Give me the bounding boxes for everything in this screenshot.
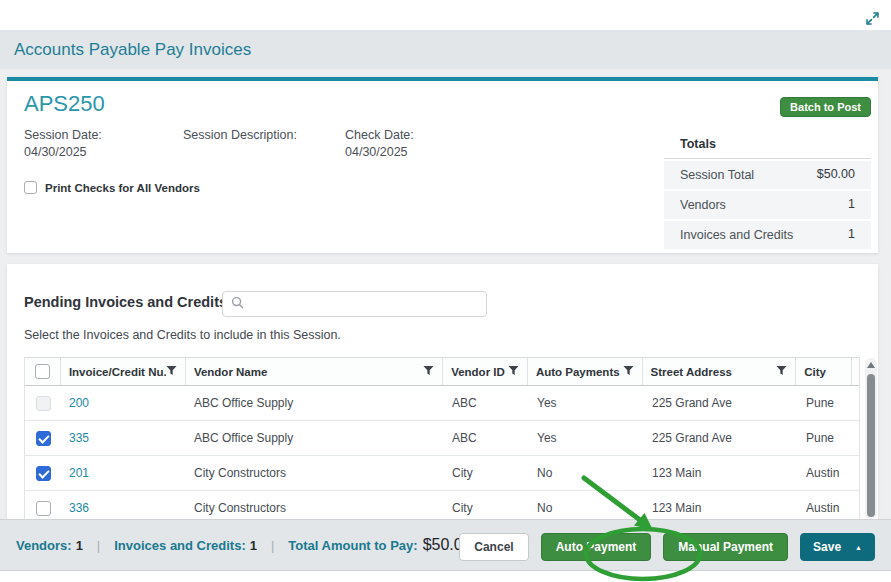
- summary-total-amount: Total Amount to Pay:$50.00: [288, 536, 471, 554]
- cell-city: Pune: [798, 431, 854, 445]
- cell-city: Pune: [798, 396, 854, 410]
- totals-value: 1: [848, 227, 855, 241]
- cell-auto-payments: No: [529, 466, 644, 480]
- cell-street-address: 123 Main: [644, 501, 798, 515]
- cell-vendor-id: ABC: [444, 396, 529, 410]
- cell-vendor-id: City: [444, 501, 529, 515]
- session-date-label: Session Date:: [24, 127, 102, 144]
- cell-vendor-name: ABC Office Supply: [186, 396, 444, 410]
- search-icon: [231, 295, 244, 313]
- check-date-label: Check Date:: [345, 127, 414, 144]
- totals-label: Invoices and Credits: [680, 227, 800, 243]
- expand-button[interactable]: [863, 11, 881, 29]
- totals-title: Totals: [664, 132, 871, 159]
- cell-vendor-name: ABC Office Supply: [186, 431, 444, 445]
- session-date-field: Session Date: 04/30/2025: [24, 127, 102, 161]
- window-title: Accounts Payable Pay Invoices: [14, 40, 251, 60]
- cell-vendor-name: City Constructors: [186, 501, 444, 515]
- session-date-value: 04/30/2025: [24, 144, 102, 161]
- filter-icon[interactable]: [776, 365, 787, 378]
- table-row[interactable]: 201 City Constructors City No 123 Main A…: [25, 456, 859, 491]
- print-checks-row: Print Checks for All Vendors: [24, 181, 200, 194]
- column-header-city[interactable]: City: [796, 358, 852, 385]
- cell-auto-payments: Yes: [529, 396, 644, 410]
- screen-code: APS250: [24, 91, 105, 117]
- auto-payment-button[interactable]: Auto Payment: [541, 533, 652, 561]
- session-description-field: Session Description:: [183, 127, 297, 144]
- summary-invoices-credits: Invoices and Credits:1: [114, 536, 257, 554]
- cell-street-address: 225 Grand Ave: [644, 396, 798, 410]
- save-button[interactable]: Save ▲: [800, 533, 875, 561]
- filter-icon[interactable]: [423, 365, 434, 378]
- check-date-field: Check Date: 04/30/2025: [345, 127, 414, 161]
- summary-divider: |: [97, 538, 100, 553]
- column-header-vendor-id[interactable]: Vendor ID: [443, 358, 528, 385]
- totals-value: 1: [848, 197, 855, 211]
- cell-vendor-id: City: [444, 466, 529, 480]
- session-panel: APS250 Batch to Post Session Date: 04/30…: [7, 77, 878, 253]
- column-header-auto-payments[interactable]: Auto Payments: [528, 358, 643, 385]
- content-area: APS250 Batch to Post Session Date: 04/30…: [0, 69, 891, 571]
- header-gutter-cell: [852, 358, 859, 385]
- summary-vendors: Vendors:1: [16, 536, 83, 554]
- invoice-link[interactable]: 200: [69, 396, 89, 410]
- cell-vendor-id: ABC: [444, 431, 529, 445]
- invoice-link[interactable]: 336: [69, 501, 89, 515]
- select-all-cell: [25, 358, 61, 385]
- cell-city: Austin: [798, 466, 854, 480]
- totals-row-session-total: Session Total $50.00: [664, 161, 871, 189]
- table-vertical-scrollbar[interactable]: [865, 358, 877, 519]
- cell-auto-payments: No: [529, 501, 644, 515]
- footer-buttons: Cancel Auto Payment Manual Payment Save …: [459, 533, 875, 561]
- totals-row-invoices-credits: Invoices and Credits 1: [664, 221, 871, 249]
- batch-to-post-button[interactable]: Batch to Post: [780, 97, 871, 117]
- row-checkbox[interactable]: [36, 431, 51, 446]
- column-header-vendor-name[interactable]: Vendor Name: [186, 358, 443, 385]
- cell-auto-payments: Yes: [529, 431, 644, 445]
- scroll-up-arrow-icon[interactable]: [867, 362, 875, 368]
- cell-city: Austin: [798, 501, 854, 515]
- row-checkbox: [36, 396, 51, 411]
- invoice-link[interactable]: 335: [69, 431, 89, 445]
- totals-row-vendors: Vendors 1: [664, 191, 871, 219]
- cell-street-address: 225 Grand Ave: [644, 431, 798, 445]
- cancel-button[interactable]: Cancel: [459, 533, 528, 561]
- manual-payment-button[interactable]: Manual Payment: [663, 533, 788, 561]
- summary-divider: |: [271, 538, 274, 553]
- table-row[interactable]: 336 City Constructors City No 123 Main A…: [25, 491, 859, 519]
- row-checkbox[interactable]: [36, 501, 51, 516]
- accounts-payable-pay-invoices-window: Accounts Payable Pay Invoices APS250 Bat…: [0, 0, 891, 582]
- scrollbar-thumb[interactable]: [867, 374, 875, 517]
- search-input[interactable]: [251, 297, 478, 311]
- expand-icon: [865, 11, 880, 30]
- column-header-street-address[interactable]: Street Address: [643, 358, 797, 385]
- column-header-invoice[interactable]: Invoice/Credit Nu...: [61, 358, 186, 385]
- cell-street-address: 123 Main: [644, 466, 798, 480]
- pending-subtitle: Select the Invoices and Credits to inclu…: [24, 328, 341, 342]
- footer-action-bar: Vendors:1 | Invoices and Credits:1 | Tot…: [0, 519, 891, 571]
- check-date-value: 04/30/2025: [345, 144, 414, 161]
- table-header-row: Invoice/Credit Nu... Vendor Name Vendor …: [25, 357, 859, 386]
- print-checks-label: Print Checks for All Vendors: [45, 182, 200, 194]
- footer-summary: Vendors:1 | Invoices and Credits:1 | Tot…: [16, 536, 472, 554]
- session-description-label: Session Description:: [183, 127, 297, 144]
- filter-icon[interactable]: [508, 365, 519, 378]
- table-row[interactable]: 200 ABC Office Supply ABC Yes 225 Grand …: [25, 386, 859, 421]
- pending-invoices-table: Invoice/Credit Nu... Vendor Name Vendor …: [24, 357, 860, 519]
- table-row[interactable]: 335 ABC Office Supply ABC Yes 225 Grand …: [25, 421, 859, 456]
- row-checkbox[interactable]: [36, 466, 51, 481]
- select-all-checkbox[interactable]: [35, 364, 50, 379]
- pending-invoices-panel: Pending Invoices and Credits| Select the…: [7, 264, 878, 519]
- window-titlebar: Accounts Payable Pay Invoices: [0, 30, 891, 69]
- pending-search-box[interactable]: [222, 291, 487, 317]
- totals-label: Vendors: [680, 197, 800, 213]
- totals-value: $50.00: [817, 167, 855, 181]
- pending-section-title: Pending Invoices and Credits|: [24, 294, 237, 310]
- filter-icon[interactable]: [166, 365, 177, 378]
- totals-label: Session Total: [680, 167, 800, 183]
- filter-icon[interactable]: [623, 365, 634, 378]
- print-checks-checkbox[interactable]: [24, 181, 37, 194]
- cell-vendor-name: City Constructors: [186, 466, 444, 480]
- invoice-link[interactable]: 201: [69, 466, 89, 480]
- totals-panel: Totals Session Total $50.00 Vendors 1 In…: [664, 132, 871, 249]
